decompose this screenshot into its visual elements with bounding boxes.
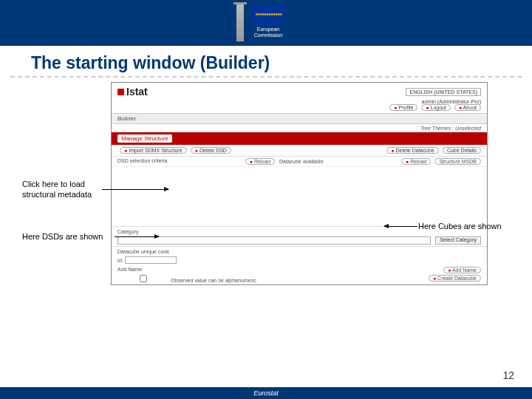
reload-dsd-button[interactable]: ● Reload	[245, 158, 275, 165]
user-row: admin (Administrator-Pro) ● Profile ● Lo…	[112, 99, 487, 113]
observed-checkbox[interactable]	[117, 275, 169, 282]
app-header: Istat ENGLISH (UNITED STATES)	[112, 83, 487, 99]
dsd-criteria-label: DSD selection criteria	[117, 158, 167, 165]
sub-toolbar: DSD selection criteria ● Reload Datacube…	[112, 157, 487, 167]
dsd-cube-panel	[112, 167, 487, 226]
tab-other[interactable]	[177, 134, 184, 143]
annotation-cubes: Here Cubes are shown	[418, 222, 502, 232]
ec-text1: European	[252, 27, 284, 33]
toolbar: ● Import SDMX Structure ● Delete DSD ● D…	[112, 145, 487, 157]
reload-cube-button[interactable]: ● Reload	[401, 158, 431, 165]
arrow-cubes	[384, 226, 417, 227]
ec-pillars-graphic	[236, 4, 244, 41]
istat-logo-icon	[117, 89, 124, 95]
add-name-button[interactable]: ● Add Name	[443, 267, 481, 273]
arrow-load	[102, 189, 168, 190]
import-sdmx-button[interactable]: ● Import SDMX Structure	[120, 147, 187, 154]
profile-button[interactable]: ● Profile	[389, 104, 417, 111]
select-category-button[interactable]: Select Category	[435, 236, 481, 245]
datacube-available-label: Datacube available	[279, 159, 324, 164]
footer: Eurostat	[0, 387, 532, 399]
istat-logo: Istat	[117, 86, 148, 98]
tab-manage-structure[interactable]: Manage Structure	[117, 134, 172, 143]
ec-text2: Commission	[252, 33, 284, 38]
app-screenshot: Istat ENGLISH (UNITED STATES) admin (Adm…	[111, 82, 488, 285]
tree-row: Tree Themes : Unselected	[112, 124, 487, 132]
language-selector[interactable]: ENGLISH (UNITED STATES)	[406, 88, 481, 96]
id-row: Id:	[112, 255, 487, 265]
delete-dsd-button[interactable]: ● Delete DSD	[191, 147, 231, 154]
structure-msdb-button[interactable]: Structure MSDB	[434, 158, 481, 165]
annotation-load: Click here to load structural metadata	[22, 180, 92, 200]
logout-button[interactable]: ● Logout	[421, 104, 451, 111]
ec-logo: European Commission	[252, 4, 284, 38]
unique-code-label: Datacube unique code	[112, 246, 487, 255]
category-input[interactable]	[117, 236, 431, 245]
observed-label: Observed value can be alphanumeric	[171, 278, 256, 283]
slide-header-bar: European Commission	[0, 0, 532, 46]
observed-row: Observed value can be alphanumeric ● Cre…	[112, 273, 487, 284]
slide-title: The starting window (Builder)	[10, 46, 522, 78]
id-input[interactable]	[125, 256, 177, 264]
eu-flag-icon	[252, 4, 284, 25]
annotation-dsds: Here DSDs are shown	[22, 232, 103, 242]
delete-datacube-button[interactable]: ● Delete Datacube	[386, 147, 438, 154]
page-number: 12	[502, 369, 514, 381]
add-name-row: Add Name ● Add Name	[112, 265, 487, 273]
user-label: admin (Administrator-Pro)	[422, 99, 481, 104]
about-button[interactable]: ● About	[454, 104, 481, 111]
builder-bar: Builder	[112, 113, 487, 124]
add-name-label: Add Name	[117, 267, 142, 272]
create-datacube-button[interactable]: ● Create Datacube	[429, 275, 481, 282]
arrow-dsds	[115, 236, 159, 237]
cube-details-button[interactable]: Cube Details	[443, 147, 481, 154]
tab-bar: Manage Structure	[112, 132, 487, 145]
